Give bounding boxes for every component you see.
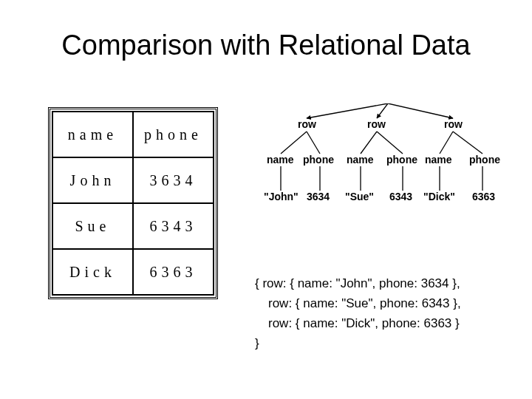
cell-phone: 6363 [133, 249, 214, 295]
tree-leaf-phone: 6343 [389, 191, 412, 202]
cell-name: Dick [52, 249, 133, 295]
tree-row-label: row [367, 118, 386, 130]
svg-line-11 [440, 132, 453, 154]
svg-line-3 [281, 132, 307, 154]
tree-name-label: name [267, 154, 294, 166]
tree-name-label: name [347, 154, 374, 166]
tree-phone-label: phone [386, 154, 417, 166]
tree-row-label: row [444, 118, 463, 130]
slide: Comparison with Relational Data name pho… [0, 0, 532, 399]
tree-phone-label: phone [303, 154, 334, 166]
tree-lines [255, 103, 521, 229]
svg-line-1 [377, 103, 388, 118]
cell-name: John [52, 157, 133, 203]
tree-row-label: row [298, 118, 316, 130]
table-row: John 3634 [52, 157, 214, 203]
col-header-name: name [52, 112, 133, 157]
json-line: { row: { name: "John", phone: 3634 }, [255, 276, 460, 290]
svg-line-12 [453, 132, 482, 154]
tree-leaf-phone: 3634 [307, 191, 330, 202]
svg-line-7 [361, 132, 377, 154]
table-row: Dick 6363 [52, 249, 214, 295]
svg-line-4 [307, 132, 320, 154]
cell-name: Sue [52, 203, 133, 249]
json-representation: { row: { name: "John", phone: 3634 }, ro… [255, 273, 461, 353]
json-line: row: { name: "Dick", phone: 6363 } [255, 313, 461, 333]
svg-line-8 [377, 132, 403, 154]
tree-diagram: row row row name phone name phone name p… [255, 103, 521, 229]
page-title: Comparison with Relational Data [0, 30, 532, 61]
svg-line-0 [307, 103, 388, 118]
col-header-phone: phone [133, 112, 214, 157]
cell-phone: 3634 [133, 157, 214, 203]
json-line: } [255, 336, 259, 350]
tree-leaf-name: "Sue" [345, 191, 374, 202]
table-row: Sue 6343 [52, 203, 214, 249]
tree-phone-label: phone [469, 154, 500, 166]
relational-table: name phone John 3634 Sue 6343 Dick 6363 [52, 111, 214, 296]
json-line: row: { name: "Sue", phone: 6343 }, [255, 293, 461, 313]
tree-leaf-name: "John" [264, 191, 299, 202]
tree-leaf-name: "Dick" [423, 191, 455, 202]
svg-line-2 [388, 103, 453, 118]
tree-name-label: name [425, 154, 452, 166]
tree-leaf-phone: 6363 [472, 191, 495, 202]
cell-phone: 6343 [133, 203, 214, 249]
table-header-row: name phone [52, 112, 214, 157]
